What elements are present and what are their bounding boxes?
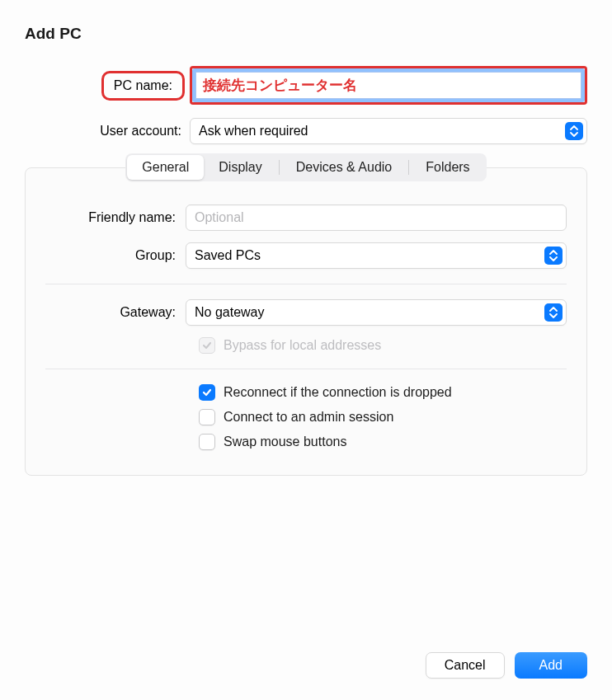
tab-bar: General Display Devices & Audio Folders xyxy=(125,153,486,181)
user-account-select[interactable]: Ask when required xyxy=(190,118,587,144)
admin-checkbox[interactable] xyxy=(199,409,215,425)
reconnect-label: Reconnect if the connection is dropped xyxy=(224,385,452,400)
row-user-account: User account: Ask when required xyxy=(25,118,587,144)
pc-name-label: PC name: xyxy=(25,71,190,101)
user-account-value: Ask when required xyxy=(199,124,308,139)
divider xyxy=(45,369,567,369)
row-pc-name: PC name: 接続先コンピューター名 xyxy=(25,66,587,105)
gateway-select[interactable]: No gateway xyxy=(186,299,567,326)
row-friendly-name: Friendly name: xyxy=(45,204,567,231)
settings-panel: General Display Devices & Audio Folders … xyxy=(25,167,587,476)
row-bypass: Bypass for local addresses xyxy=(45,337,567,354)
tab-display[interactable]: Display xyxy=(204,155,276,180)
row-group: Group: Saved PCs xyxy=(45,242,567,269)
reconnect-checkbox[interactable] xyxy=(199,384,215,401)
pc-name-value: 接続先コンピューター名 xyxy=(203,78,357,93)
divider xyxy=(45,284,567,284)
friendly-name-label: Friendly name: xyxy=(45,210,186,225)
gateway-label: Gateway: xyxy=(45,305,186,320)
friendly-name-input[interactable] xyxy=(186,204,567,231)
dialog-footer: Cancel Add xyxy=(426,652,587,679)
bypass-checkbox xyxy=(199,337,215,354)
pc-name-highlight-box: 接続先コンピューター名 xyxy=(190,66,587,105)
group-label: Group: xyxy=(45,248,186,263)
group-value: Saved PCs xyxy=(195,248,261,263)
tab-folders[interactable]: Folders xyxy=(411,155,484,180)
tab-general[interactable]: General xyxy=(127,155,204,180)
group-select[interactable]: Saved PCs xyxy=(186,242,567,269)
tab-devices-audio[interactable]: Devices & Audio xyxy=(281,155,407,180)
row-gateway: Gateway: No gateway xyxy=(45,299,567,326)
pc-name-label-highlight: PC name: xyxy=(101,71,185,101)
pc-name-focus-ring: 接続先コンピューター名 xyxy=(192,68,585,102)
cancel-button[interactable]: Cancel xyxy=(426,652,505,679)
pc-name-input[interactable]: 接続先コンピューター名 xyxy=(195,72,581,99)
swap-mouse-checkbox[interactable] xyxy=(199,434,215,450)
user-account-label: User account: xyxy=(25,124,190,139)
add-button[interactable]: Add xyxy=(515,652,587,679)
chevrons-icon xyxy=(544,247,563,265)
gateway-value: No gateway xyxy=(195,305,265,320)
chevrons-icon xyxy=(544,303,563,322)
row-swap-mouse: Swap mouse buttons xyxy=(45,434,567,450)
tab-separator xyxy=(408,160,409,175)
swap-mouse-label: Swap mouse buttons xyxy=(224,435,346,449)
row-admin: Connect to an admin session xyxy=(45,409,567,425)
dialog-title: Add PC xyxy=(25,25,587,43)
row-reconnect: Reconnect if the connection is dropped xyxy=(45,384,567,401)
admin-label: Connect to an admin session xyxy=(224,410,393,425)
tab-separator xyxy=(279,160,280,175)
chevrons-icon xyxy=(565,122,583,140)
bypass-label: Bypass for local addresses xyxy=(224,338,381,353)
